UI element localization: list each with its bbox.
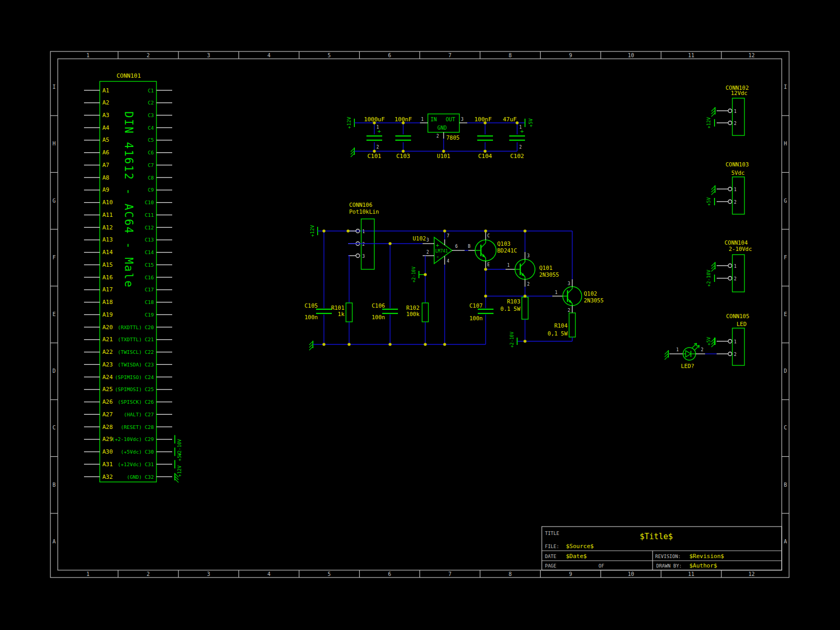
frame-row-label: A (784, 539, 787, 544)
schematic-sheet: 112233445566778899101011111212IIHHGGFFEE… (0, 0, 840, 630)
gnd-symbol-hatch (711, 186, 715, 190)
schematic-canvas[interactable]: 112233445566778899101011111212IIHHGGFFEE… (0, 0, 840, 630)
junction-dot (388, 242, 392, 245)
junction-dot (523, 295, 527, 298)
din-pin-a-label: A10 (102, 199, 113, 206)
gnd-symbol-hatch (711, 111, 715, 114)
frame-row-label: C (784, 425, 787, 430)
din-pin-c-label: C6 (148, 150, 154, 155)
opamp-minus-sign: - (436, 253, 439, 260)
conn103-symbol[interactable]: CONN1035Vdc12+5V (706, 161, 749, 214)
conn101-symbol[interactable]: CONN101DIN 41612 - AC64 - MaleA1C1A2C2A3… (84, 72, 182, 482)
pin-circle (728, 200, 732, 204)
gnd-symbol-hatch (711, 263, 715, 266)
net-label: +2-10V (706, 269, 711, 287)
din-pin-a-label: A2 (102, 99, 109, 106)
net-label: +5V (706, 197, 711, 206)
gnd-symbol-hatch (309, 342, 312, 345)
junction-dot (516, 121, 519, 124)
frame-column-label: 3 (207, 571, 210, 577)
din-pin-a-label: A31 (102, 461, 113, 468)
u101-gnd-label: GND (437, 125, 447, 131)
pin-number: 3 (568, 281, 570, 286)
pin-circle (728, 277, 732, 280)
junction-dot (443, 343, 446, 346)
junction-dot (346, 229, 350, 233)
junction-dot (388, 343, 392, 346)
conn106-refdes: CONN106 (349, 202, 372, 208)
conn105-symbol[interactable]: CONN105LED12+5V (705, 313, 749, 365)
din-pin-a-label: A12 (102, 224, 113, 231)
frame-column-label: 5 (328, 571, 331, 577)
din-pin-a-label: A20 (102, 324, 113, 331)
conn104-symbol[interactable]: CONN1042-10Vdc12+2-10V (706, 239, 752, 292)
pin-number: 2 (519, 145, 522, 150)
gnd-symbol-hatch (711, 189, 715, 192)
net-label-2-10v: +2-10V (411, 267, 416, 283)
c103-refdes: C103 (396, 153, 411, 160)
frame-column-label: 2 (146, 52, 150, 58)
conn104-value: 2-10Vdc (729, 246, 752, 252)
junction-dot (484, 268, 487, 271)
gnd-symbol-hatch (665, 354, 668, 357)
din-pin-a-label: A14 (102, 249, 113, 256)
junction-dot (402, 121, 405, 124)
din-pin-c-label: C17 (145, 287, 154, 292)
frame-column-label: 4 (267, 52, 270, 58)
pin-circle (728, 352, 732, 356)
u101-out-label: OUT (446, 117, 455, 122)
title-label: TITLE (545, 531, 559, 536)
gnd-symbol-hatch (711, 268, 715, 271)
polarity-plus: + (377, 128, 381, 135)
control-circuit[interactable]: +12VC105100nCONN106Pot10kLin123R1011kC10… (304, 202, 604, 350)
din-pin-a-label: A7 (102, 162, 109, 169)
din-pin-c-label: (+12Vdc) C31 (118, 461, 154, 467)
din-pin-c-label: C3 (148, 112, 154, 118)
din-pin-a-label: A5 (102, 136, 109, 143)
date-value: $Date$ (566, 553, 587, 560)
junction-dot (322, 343, 326, 346)
conn103-refdes: CONN103 (726, 161, 749, 167)
frame-column-label: 1 (86, 52, 89, 58)
frame-column-label: 7 (448, 52, 452, 58)
conn104-refdes: CONN104 (724, 239, 748, 246)
din-pin-a-label: A26 (102, 398, 113, 405)
frame-row-label: E (784, 311, 787, 317)
pin-number: 1 (421, 117, 424, 122)
gnd-symbol-hatch (711, 192, 715, 195)
q102-value: 2N3055 (584, 297, 604, 303)
file-value: $Source$ (566, 543, 594, 550)
r103-value: 0.1 5W (500, 306, 521, 312)
pin-number: 3 (426, 238, 429, 243)
led-symbol[interactable]: 12LED? (665, 343, 705, 369)
conn102-symbol[interactable]: CONN10212Vdc12+12V (706, 85, 749, 135)
frame-column-label: 8 (509, 52, 512, 58)
u101-value: 7805 (446, 134, 459, 141)
din-pin-a-label: A13 (102, 236, 113, 243)
din-pin-c-label: C10 (145, 200, 154, 205)
frame-row-label: D (52, 368, 56, 374)
q103-refdes: Q103 (497, 240, 510, 247)
frame-column-label: 10 (628, 571, 634, 577)
din-pin-c-label: (TXDTTL) C21 (118, 337, 154, 342)
conn105-body (732, 328, 744, 365)
drawnby-label: DRAWN BY: (656, 563, 682, 569)
regulator-circuit[interactable]: +12V+5VINOUTGND1327805U1011000uFC1011+21… (346, 114, 533, 160)
din-pin-c-label: (GND) C32 (127, 474, 154, 480)
pin-number: 2 (362, 242, 365, 247)
u101-in-label: IN (430, 117, 437, 122)
frame-column-label: 1 (86, 571, 89, 577)
frame-column-label: 9 (569, 52, 572, 58)
frame-row-label: B (784, 482, 787, 488)
pin-circle (728, 340, 732, 343)
din-pin-a-label: A22 (102, 349, 113, 355)
frame-column-label: 6 (388, 571, 391, 577)
din-pin-a-label: A16 (102, 274, 113, 281)
din-pin-c-label: C1 (148, 88, 154, 93)
conn102-body (732, 98, 744, 135)
net-label: +12V (177, 465, 182, 477)
net-label-12v: +12V (346, 117, 352, 129)
conn102-value: 12Vdc (731, 90, 748, 96)
din-pin-a-label: A25 (102, 386, 113, 393)
din-pin-c-label: (HALT) C27 (124, 412, 154, 417)
